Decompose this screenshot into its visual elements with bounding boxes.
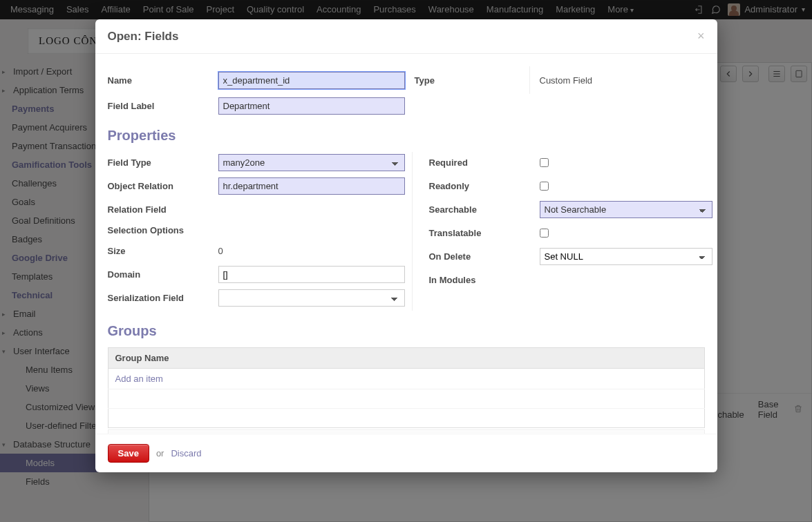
label-relation-field: Relation Field bbox=[108, 204, 218, 215]
label-inmodules: In Modules bbox=[429, 275, 540, 285]
label-field-label: Field Label bbox=[108, 97, 218, 115]
modal-overlay: Open: Fields × Name Type Custom Field Fi… bbox=[0, 0, 812, 522]
readonly-checkbox[interactable] bbox=[540, 182, 549, 191]
type-value: Custom Field bbox=[530, 71, 593, 90]
label-name: Name bbox=[108, 71, 218, 90]
name-input[interactable] bbox=[218, 72, 405, 89]
label-object-relation: Object Relation bbox=[108, 181, 218, 191]
field-type-select[interactable]: many2one bbox=[218, 154, 405, 171]
required-checkbox[interactable] bbox=[540, 158, 549, 167]
field-label-input[interactable] bbox=[218, 97, 405, 115]
field-dialog: Open: Fields × Name Type Custom Field Fi… bbox=[95, 19, 717, 472]
label-size: Size bbox=[108, 246, 218, 256]
domain-input[interactable] bbox=[218, 266, 405, 283]
label-readonly: Readonly bbox=[429, 181, 540, 191]
label-field-type: Field Type bbox=[108, 157, 218, 168]
label-type: Type bbox=[415, 71, 518, 90]
section-groups: Groups bbox=[108, 323, 705, 339]
label-required: Required bbox=[429, 157, 540, 168]
ondelete-select[interactable]: Set NULL bbox=[540, 248, 712, 265]
label-translatable: Translatable bbox=[429, 228, 540, 238]
discard-link[interactable]: Discard bbox=[171, 448, 201, 458]
label-domain: Domain bbox=[108, 269, 218, 280]
col-group-name: Group Name bbox=[108, 348, 690, 369]
label-serialization: Serialization Field bbox=[108, 293, 218, 303]
add-item-link[interactable]: Add an item bbox=[115, 374, 163, 384]
or-text: or bbox=[156, 448, 164, 458]
searchable-select[interactable]: Not Searchable bbox=[540, 201, 712, 218]
label-selection-options: Selection Options bbox=[108, 225, 218, 235]
serialization-select[interactable] bbox=[218, 289, 405, 307]
object-relation-input[interactable] bbox=[218, 177, 405, 195]
section-properties: Properties bbox=[108, 128, 705, 144]
dialog-title: Open: Fields bbox=[108, 30, 179, 44]
label-searchable: Searchable bbox=[429, 204, 540, 215]
label-ondelete: On Delete bbox=[429, 251, 540, 262]
groups-table: Group Name Add an item bbox=[108, 347, 705, 428]
translatable-checkbox[interactable] bbox=[540, 229, 549, 238]
save-button[interactable]: Save bbox=[108, 444, 149, 463]
close-icon[interactable]: × bbox=[697, 29, 705, 44]
size-value: 0 bbox=[218, 242, 223, 260]
